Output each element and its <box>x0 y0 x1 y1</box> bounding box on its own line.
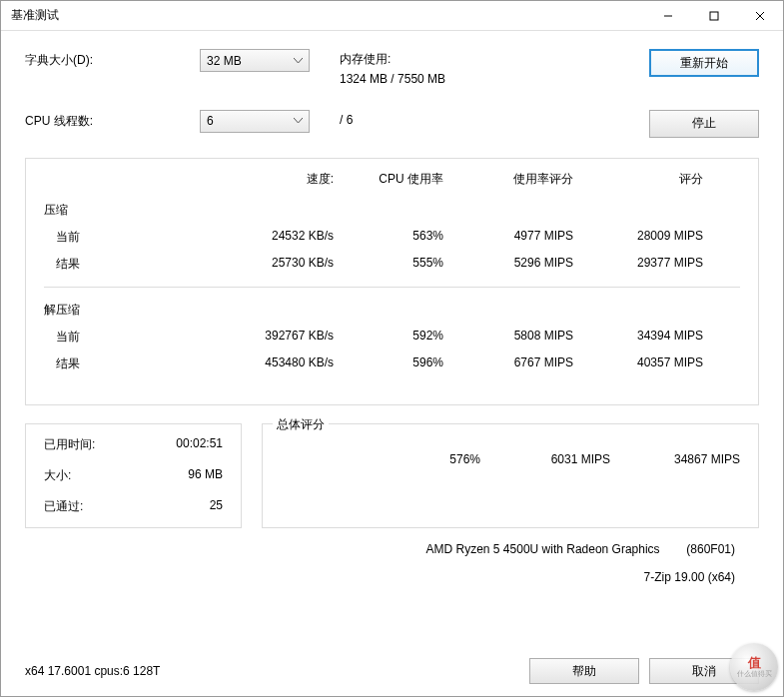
svg-rect-1 <box>710 12 718 20</box>
overall-row: 576% 6031 MIPS 34867 MIPS <box>281 452 740 466</box>
compress-current-row: 当前 24532 KB/s 563% 4977 MIPS 28009 MIPS <box>44 229 740 246</box>
stats-box: 已用时间: 00:02:51 大小: 96 MB 已通过: 25 <box>25 423 242 528</box>
overall-cpu: 576% <box>371 452 480 466</box>
app-info: 7-Zip 19.00 (x64) <box>25 570 735 584</box>
minimize-button[interactable] <box>645 1 691 31</box>
restart-button[interactable]: 重新开始 <box>649 49 759 77</box>
overall-title: 总体评分 <box>273 416 329 433</box>
cell-rating: 29377 MIPS <box>573 256 703 273</box>
overall-box: 总体评分 576% 6031 MIPS 34867 MIPS <box>262 423 759 528</box>
cell-speed: 453480 KB/s <box>224 355 334 372</box>
row-label: 结果 <box>44 256 224 273</box>
cell-usage-rating: 6767 MIPS <box>443 355 573 372</box>
decompress-result-row: 结果 453480 KB/s 596% 6767 MIPS 40357 MIPS <box>44 355 740 372</box>
threads-row: CPU 线程数: 6 / 6 停止 <box>25 110 759 138</box>
dict-size-label: 字典大小(D): <box>25 49 200 69</box>
watermark-top: 值 <box>737 656 772 670</box>
memory-label: 内存使用: <box>340 49 649 69</box>
bottom-row: 已用时间: 00:02:51 大小: 96 MB 已通过: 25 总体评分 57… <box>25 423 759 528</box>
col-cpu-usage: CPU 使用率 <box>334 171 443 188</box>
threads-total: / 6 <box>340 110 649 127</box>
cell-speed: 25730 KB/s <box>224 256 334 273</box>
close-button[interactable] <box>737 1 783 31</box>
cell-cpu: 563% <box>334 229 443 246</box>
watermark-badge: 值 什么值得买 <box>730 643 778 691</box>
divider <box>44 287 740 288</box>
size-value: 96 MB <box>188 467 223 484</box>
dict-row: 字典大小(D): 32 MB 内存使用: 1324 MB / 7550 MB 重… <box>25 49 759 90</box>
elapsed-row: 已用时间: 00:02:51 <box>44 436 223 453</box>
cell-speed: 392767 KB/s <box>224 329 334 346</box>
results-box: 速度: CPU 使用率 使用率评分 评分 压缩 当前 24532 KB/s 56… <box>25 158 759 405</box>
dict-size-select[interactable]: 32 MB <box>200 49 310 72</box>
threads-label: CPU 线程数: <box>25 110 200 130</box>
decompress-section: 解压缩 当前 392767 KB/s 592% 5808 MIPS 34394 … <box>44 302 740 372</box>
cell-cpu: 555% <box>334 256 443 273</box>
row-label: 当前 <box>44 329 224 346</box>
cpu-id: (860F01) <box>686 542 735 556</box>
results-header: 速度: CPU 使用率 使用率评分 评分 <box>44 171 740 188</box>
cell-rating: 28009 MIPS <box>573 229 703 246</box>
decompress-title: 解压缩 <box>44 302 740 319</box>
compress-section: 压缩 当前 24532 KB/s 563% 4977 MIPS 28009 MI… <box>44 202 740 273</box>
titlebar: 基准测试 <box>1 1 783 31</box>
memory-usage: 内存使用: 1324 MB / 7550 MB <box>340 49 649 90</box>
threads-value: 6 <box>207 114 214 128</box>
cell-rating: 40357 MIPS <box>573 355 703 372</box>
compress-result-row: 结果 25730 KB/s 555% 5296 MIPS 29377 MIPS <box>44 256 740 273</box>
col-rating: 评分 <box>573 171 703 188</box>
cell-cpu: 596% <box>334 355 443 372</box>
cell-usage-rating: 4977 MIPS <box>443 229 573 246</box>
row-label: 当前 <box>44 229 224 246</box>
passed-label: 已通过: <box>44 498 83 515</box>
cell-speed: 24532 KB/s <box>224 229 334 246</box>
footer: x64 17.6001 cpus:6 128T 帮助 取消 <box>1 650 783 696</box>
cell-cpu: 592% <box>334 329 443 346</box>
titlebar-buttons <box>645 1 783 31</box>
size-row: 大小: 96 MB <box>44 467 223 484</box>
cell-usage-rating: 5296 MIPS <box>443 256 573 273</box>
size-label: 大小: <box>44 467 71 484</box>
stop-button[interactable]: 停止 <box>649 110 759 138</box>
top-controls: 字典大小(D): 32 MB 内存使用: 1324 MB / 7550 MB 重… <box>25 49 759 138</box>
overall-usage-rating: 6031 MIPS <box>480 452 610 466</box>
elapsed-value: 00:02:51 <box>176 436 223 453</box>
passed-value: 25 <box>210 498 223 515</box>
row-label: 结果 <box>44 355 224 372</box>
threads-select[interactable]: 6 <box>200 110 310 133</box>
elapsed-label: 已用时间: <box>44 436 95 453</box>
cpu-name: AMD Ryzen 5 4500U with Radeon Graphics <box>426 542 660 556</box>
chevron-down-icon <box>294 58 303 64</box>
watermark-bottom: 什么值得买 <box>737 670 772 678</box>
content-area: 字典大小(D): 32 MB 内存使用: 1324 MB / 7550 MB 重… <box>1 31 783 650</box>
col-speed: 速度: <box>224 171 334 188</box>
passed-row: 已通过: 25 <box>44 498 223 515</box>
decompress-current-row: 当前 392767 KB/s 592% 5808 MIPS 34394 MIPS <box>44 329 740 346</box>
compress-title: 压缩 <box>44 202 740 219</box>
chevron-down-icon <box>294 118 303 124</box>
col-usage-rating: 使用率评分 <box>443 171 573 188</box>
help-button[interactable]: 帮助 <box>529 658 639 684</box>
cell-rating: 34394 MIPS <box>573 329 703 346</box>
overall-rating: 34867 MIPS <box>610 452 740 466</box>
status-text: x64 17.6001 cpus:6 128T <box>25 664 519 678</box>
benchmark-window: 基准测试 字典大小(D): 32 MB 内存使用: 1324 MB / 7550… <box>0 0 784 697</box>
window-title: 基准测试 <box>11 7 645 24</box>
maximize-button[interactable] <box>691 1 737 31</box>
dict-size-value: 32 MB <box>207 54 242 68</box>
cell-usage-rating: 5808 MIPS <box>443 329 573 346</box>
cpu-info: AMD Ryzen 5 4500U with Radeon Graphics (… <box>25 542 735 556</box>
memory-value: 1324 MB / 7550 MB <box>340 69 649 89</box>
